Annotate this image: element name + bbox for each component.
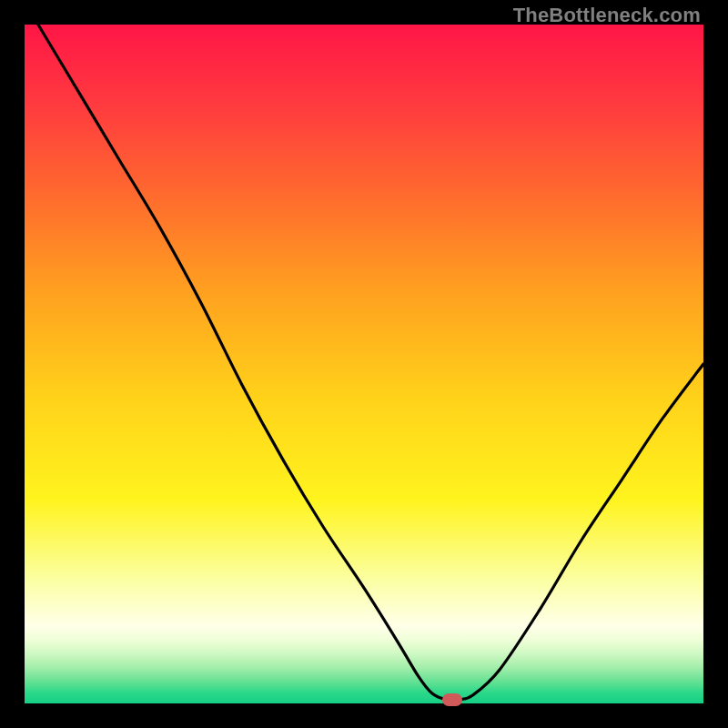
current-point-marker [442,693,462,706]
chart-container: TheBottleneck.com [0,0,728,728]
gradient-background [25,25,703,703]
plot-svg [25,25,703,703]
plot-area [25,25,703,703]
